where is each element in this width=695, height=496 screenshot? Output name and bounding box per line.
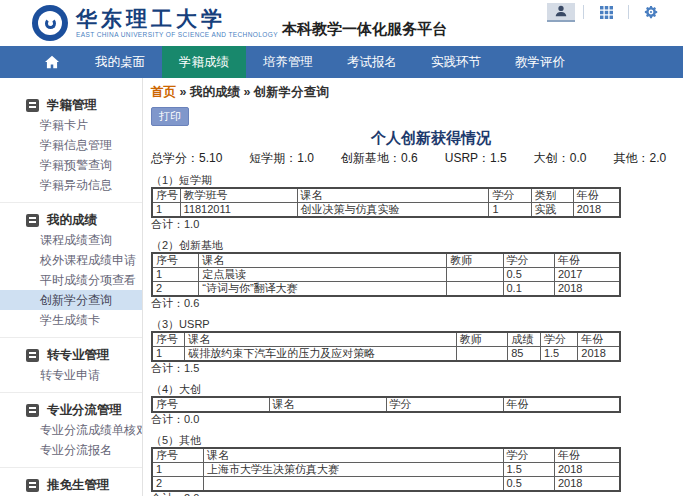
sidebar-section-header[interactable]: 转专业管理 [0,345,142,365]
table-header-cell: 课名 [269,397,386,412]
table-row: 1碳排放约束下汽车业的压力及应对策略 851.52018 [152,347,620,362]
gear-icon [644,5,658,19]
breadcrumb-separator: » [176,85,190,99]
table-header-cell: 教学班号 [180,188,297,203]
table-cell: 2018 [578,347,620,362]
sidebar-item[interactable]: 课程成绩查询 [0,230,142,250]
breadcrumb-item[interactable]: 首页 [151,85,176,99]
table-header-cell: 教师 [456,332,507,347]
table-header-cell: 年份 [554,253,620,268]
summary-item: 其他：2.0 [613,150,666,166]
table-header-cell: 序号 [152,397,269,412]
icon-divider [583,5,584,19]
summary-item: 创新基地：0.6 [341,150,418,166]
table-header-cell: 序号 [152,448,203,463]
nav-tab[interactable]: 培养管理 [246,46,330,78]
table-cell: 定点晨读 [199,268,447,282]
table-header-row: 序号课名学分年份 [152,448,620,463]
breadcrumb-item: 我的成绩 [190,85,240,99]
table-total: 合计：1.0 [151,218,695,231]
table-header-cell: 学分 [540,332,577,347]
nav-tab[interactable]: 教学评价 [498,46,582,78]
sidebar-item[interactable]: 校外课程成绩申请 [0,250,142,270]
folder-icon [26,349,39,362]
content-area: 学籍管理学籍卡片学籍信息管理学籍预警查询学籍异动信息我的成绩课程成绩查询校外课程… [0,78,695,496]
nav-tab[interactable]: 考试报名 [330,46,414,78]
sidebar-item[interactable]: 创新学分查询 [0,290,142,310]
table-header-cell: 课名 [297,188,489,203]
sidebar-section: 转专业管理转专业申请 [0,338,142,393]
table-header-row: 序号课名教师成绩学分年份 [152,332,620,347]
main-nav: 我的桌面学籍成绩培养管理考试报名实践环节教学评价 [0,46,683,78]
table-cell: 上海市大学生决策仿真大赛 [203,463,503,477]
table-row: 1上海市大学生决策仿真大赛1.52018 [152,463,620,477]
home-tab[interactable] [26,46,78,78]
table-header-cell: 课名 [185,332,456,347]
table-header-cell: 课名 [199,253,447,268]
sidebar-item[interactable]: 学生成绩卡 [0,310,142,330]
sidebar-section-header[interactable]: 我的成绩 [0,210,142,230]
table-cell: 创业决策与仿真实验 [297,203,489,218]
sidebar-item[interactable]: 专业分流成绩单核对 [0,420,142,440]
table-cell: 1 [152,268,199,282]
table-total: 合计：0.6 [151,297,695,310]
sidebar-section-header[interactable]: 推免生管理 [0,475,142,495]
credit-table: 序号课名学分年份 [151,396,621,413]
table-header-row: 序号教学班号课名学分类别年份 [152,188,620,203]
university-logo [32,5,68,41]
nav-tab[interactable]: 我的桌面 [78,46,162,78]
header: 华东理工大学 EAST CHINA UNIVERSITY OF SCIENCE … [0,0,695,46]
sidebar-item[interactable]: 学籍信息管理 [0,135,142,155]
apps-button[interactable] [592,3,620,22]
sidebar-item[interactable]: 平时成绩分项查看 [0,270,142,290]
table-header-cell: 序号 [152,188,180,203]
table-header-cell: 学分 [386,397,503,412]
table-cell: 2 [152,477,203,492]
sidebar-item[interactable]: 学籍卡片 [0,115,142,135]
table-header-cell: 序号 [152,253,199,268]
sidebar-section-header[interactable]: 学籍管理 [0,95,142,115]
sidebar-section: 专业分流管理专业分流成绩单核对专业分流报名 [0,393,142,468]
settings-button[interactable] [637,3,665,22]
table-cell: 11812011 [180,203,297,218]
table-header-cell: 学分 [503,253,554,268]
table-section-label: （1）短学期 [151,174,695,187]
breadcrumb-item: 创新学分查询 [254,85,329,99]
table-cell: 1.5 [503,463,554,477]
folder-icon [26,99,39,112]
table-cell: 1 [152,203,180,218]
table-cell: 1 [489,203,531,218]
table-cell: 2018 [554,477,620,492]
folder-icon [26,479,39,492]
nav-tab[interactable]: 学籍成绩 [162,46,246,78]
table-header-cell: 学分 [489,188,531,203]
table-header-cell: 年份 [554,448,620,463]
sidebar-section-title: 学籍管理 [47,95,97,115]
print-button[interactable]: 打印 [151,107,189,126]
table-cell: 2017 [554,268,620,282]
sidebar-item[interactable]: 转专业申请 [0,365,142,385]
sidebar-item[interactable]: 学籍预警查询 [0,155,142,175]
table-cell [203,477,503,492]
sidebar-section-header[interactable]: 专业分流管理 [0,400,142,420]
home-icon [44,55,60,69]
table-cell: 0.5 [503,268,554,282]
nav-tab[interactable]: 实践环节 [414,46,498,78]
sidebar-item[interactable]: 学籍异动信息 [0,175,142,195]
app-window: 华东理工大学 EAST CHINA UNIVERSITY OF SCIENCE … [0,0,695,496]
summary-line: 总学分：5.10短学期：1.0创新基地：0.6USRP：1.5大创：0.0其他：… [151,150,695,166]
table-cell: 实践 [531,203,573,218]
sidebar-section-title: 推免生管理 [47,475,110,495]
sidebar-item[interactable]: 专业分流报名 [0,440,142,460]
table-cell: 1.5 [540,347,577,362]
credit-table: 序号课名教师学分年份1定点晨读 0.520172“诗词与你”翻译大赛 0.120… [151,252,621,297]
table-header-row: 序号课名学分年份 [152,397,620,412]
icon-divider [628,5,629,19]
table-header-cell: 成绩 [508,332,541,347]
table-cell: 0.5 [503,477,554,492]
table-section-label: （3）USRP [151,318,695,331]
folder-icon [26,214,39,227]
user-button[interactable] [547,3,575,22]
credit-table: 序号教学班号课名学分类别年份111812011创业决策与仿真实验1实践2018 [151,187,621,218]
table-section-label: （5）其他 [151,434,695,447]
